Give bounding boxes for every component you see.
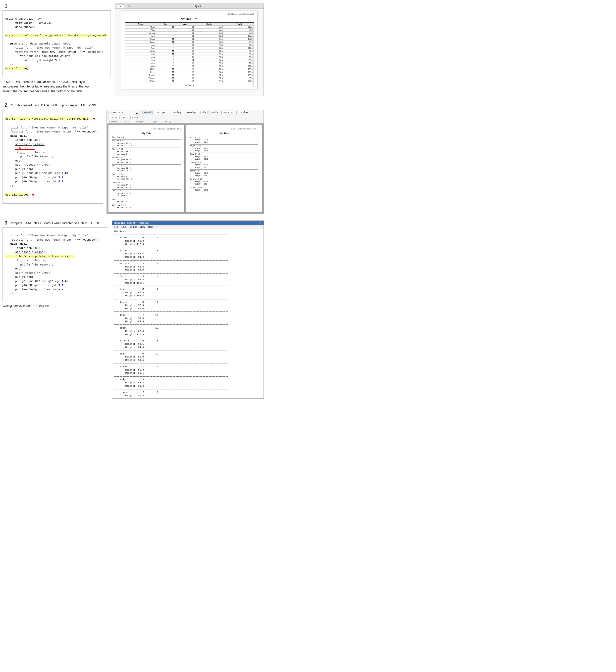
styles-label: Styles [133, 5, 262, 8]
ribbon-labels: Clipboard Font Paragraph Styles Editing [108, 120, 262, 123]
report-entry: Carol F 14Height: 62.8Weight: 102.5 [112, 164, 181, 172]
table-row: RonaldM1567.0133.0 [125, 74, 253, 77]
webex-btn[interactable]: Webex [130, 116, 139, 119]
table-cell: Ronald [125, 74, 156, 77]
word-pages-container: 11:41 Thursday, December 19, 2014 My Tit… [107, 123, 264, 214]
section-1-code: options papersize = A4 orientation = por… [3, 10, 111, 77]
notepad-window: data_null_ascii.txt - Notepad ✕ File Edi… [112, 220, 264, 399]
bold-btn[interactable]: B [126, 111, 129, 114]
table-row: HenryM1463.5102.9 [125, 38, 253, 41]
table-cell: 64.3 [195, 59, 224, 62]
format-painter-btn[interactable]: Format Painter [108, 111, 124, 114]
table-cell: M [156, 38, 175, 41]
table-cell: Henry [125, 38, 156, 41]
table-cell: 50.5 [224, 56, 254, 59]
table-cell: 51.3 [195, 56, 224, 59]
word-page1-entries: Alfred M 14Height: 69.0Weight: 112.5 Ali… [112, 139, 181, 209]
style-nospace-btn[interactable]: 1 No Spac... [154, 111, 170, 114]
tab-search: Q [126, 5, 132, 8]
table-cell: 77.0 [224, 62, 254, 65]
table-cell: 15 [175, 47, 195, 50]
table-cell: 90.0 [224, 59, 254, 62]
editing-label: Editing [165, 120, 171, 123]
table-cell: 15 [175, 74, 195, 77]
table-row: AlfredM1469.0112.5 [125, 26, 253, 29]
table-cell: F [156, 65, 175, 68]
word-page-1: 11:41 Thursday, December 19, 2014 My Tit… [108, 125, 184, 212]
word-window: Format Painter B I U | Normal 1 No Spac.… [107, 110, 264, 214]
style-h1-btn[interactable]: Heading 1 [171, 111, 184, 114]
table-cell: James [125, 41, 156, 44]
style-h2-btn[interactable]: Heading 2 [186, 111, 199, 114]
table-row: RobertM1264.8128.0 [125, 71, 253, 74]
section-2-number: 2 [3, 103, 10, 108]
underline-btn[interactable]: U [135, 111, 139, 114]
report-entry: Robert M Height: 64.0Weight: 128 [190, 169, 258, 177]
separator: | [140, 111, 140, 114]
table-cell: F [156, 62, 175, 65]
col-age: Age [175, 22, 195, 26]
select-btn[interactable]: ▾ Select... [108, 116, 120, 119]
report-table: Name Sex Age Height Weight AlfredM1469.0… [125, 22, 254, 87]
style-normal-btn[interactable]: Normal [142, 111, 152, 114]
report-entry: Joyce F 11Height: 51.3Weight: 50.5 [190, 144, 258, 152]
share-btn[interactable]: Share [121, 116, 129, 119]
table-cell: 85.0 [224, 77, 254, 80]
table-row: MaryF1566.5112.0 [125, 65, 253, 68]
table-cell: 12 [175, 71, 195, 74]
table-cell: Carol [125, 35, 156, 38]
table-row: JoyceF1151.350.5 [125, 56, 253, 59]
table-cell: Janet [125, 47, 156, 50]
report-entry: Alfred M 14Height: 69.0Weight: 112.5 [112, 139, 181, 147]
page1-report-title: The Report [112, 136, 181, 138]
table-row: PhilipM1672.0150.0 [125, 68, 253, 71]
menu-file[interactable]: File [114, 225, 118, 228]
table-cell: Barbara [125, 32, 156, 35]
table-cell: John [125, 53, 156, 56]
style-subtitle-btn[interactable]: Subtitle [209, 111, 220, 114]
notepad-menubar[interactable]: File Edit Format View Help [112, 225, 264, 229]
menu-help[interactable]: Help [148, 225, 153, 228]
section-3: 3 Compare DATA _NULL_ output when direct… [0, 217, 266, 401]
word-ribbon[interactable]: Format Painter B I U | Normal 1 No Spac.… [107, 110, 264, 123]
table-cell: Judy [125, 59, 156, 62]
table-cell: 14 [175, 26, 195, 29]
table-row: JanetF1562.5112.5 [125, 47, 253, 50]
table-cell: 112.5 [224, 26, 254, 29]
style-title-btn[interactable]: Title [200, 111, 208, 114]
table-cell: Philip [125, 68, 156, 71]
table-row: BarbaraF1365.398.0 [125, 32, 253, 35]
report-entry: Philip M 16Height: 72.0Weight: 150 [190, 161, 258, 169]
table-cell: 15 [175, 80, 195, 83]
page-timestamp: 11:41 Thursday, December 19, 2014 [125, 13, 254, 15]
section-3-header: 3 Compare DATA _NULL_ output when direct… [3, 220, 108, 226]
section-1-number: 1 [3, 4, 10, 9]
styles-label2: Styles [152, 120, 158, 123]
table-cell: 14 [175, 35, 195, 38]
page2-title: My Title [190, 132, 258, 135]
menu-format[interactable]: Format [129, 225, 137, 228]
table-row: ThomasM1157.585.0 [125, 77, 253, 80]
table-cell: Alice [125, 29, 156, 32]
style-subem-btn[interactable]: Subtle Em... [221, 111, 237, 114]
report-entry: Jeffrey M 13Height: 61.9 [112, 204, 181, 209]
table-cell: F [156, 47, 175, 50]
section-1-desc: PROC PRINT creates a tabular report. The… [3, 80, 93, 94]
style-emphasis-btn[interactable]: Emphasis [238, 111, 251, 114]
page1-title: My Title [112, 132, 181, 135]
menu-view[interactable]: View [140, 225, 145, 228]
table-row: LouiseF1256.377.0 [125, 62, 253, 65]
menu-edit[interactable]: Edit [121, 225, 126, 228]
table-cell: 72.0 [195, 68, 224, 71]
table-cell: 12 [175, 41, 195, 44]
notepad-close-btn[interactable]: ✕ [259, 221, 262, 224]
table-cell: Thomas [125, 77, 156, 80]
table-cell: 128.0 [224, 71, 254, 74]
section-1: 1 options papersize = A4 orientation = p… [0, 0, 266, 99]
section-2-code: ods rtf file='c:\temp\data_null.rtf' sty… [3, 110, 103, 204]
table-cell: 57.3 [195, 41, 224, 44]
table-cell: 12 [175, 44, 195, 47]
page-title: My Title → [125, 16, 254, 21]
report-entry: Janet F Height: 62.8 [112, 198, 181, 203]
italic-btn[interactable]: I [131, 111, 133, 114]
